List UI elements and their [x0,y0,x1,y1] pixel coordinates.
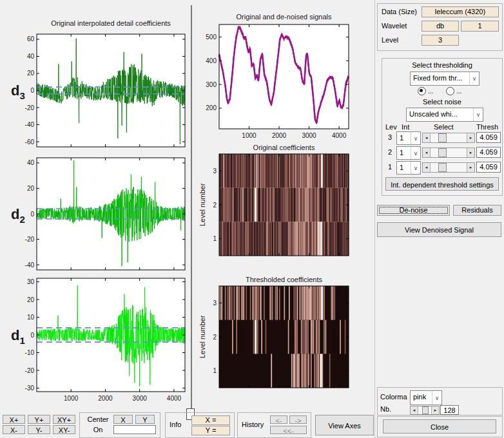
threshold-value-lev1[interactable]: 4.059 [476,162,501,173]
colormap-group: Colorma pink ∨ Nb. ◄ ► 128 [377,387,503,415]
svg-text:200: 200 [206,104,217,111]
threshold-slider-lev1[interactable]: ◄ ► [422,162,475,173]
slider-left-arrow-icon[interactable]: ◄ [411,406,418,414]
plot-coef_orig[interactable]: 321Original coefficientsLevel number [199,144,349,256]
plot-d3[interactable]: 6040200-20-40-60Original interpolated de… [11,19,185,147]
view-denoised-signal-button[interactable]: View Denoised Signal [377,222,501,237]
threshold-slider-lev2[interactable]: ◄ ► [422,148,475,158]
threshold-radio-soft-label: ... [428,88,433,95]
residuals-button[interactable]: Residuals [453,205,501,216]
zoom-x-plus-button[interactable]: X+ [3,415,25,424]
plot-d2[interactable]: 40200-20-40d2 [11,158,185,270]
view-axes-button[interactable]: View Axes [315,415,374,435]
chevron-down-icon[interactable]: ∨ [473,108,483,121]
chevron-down-icon[interactable]: ∨ [432,391,441,405]
center-y-button[interactable]: Y [135,415,155,424]
svg-text:-40: -40 [25,121,35,128]
plot-title: Thresholded coefficients [246,276,323,283]
colormap-value: pink [411,391,432,405]
nb-colors-slider[interactable]: ◄ ► [410,406,440,415]
int-select-lev3[interactable]: 1 ∨ [396,131,421,145]
history-back-button[interactable]: <- [270,415,287,424]
level-value[interactable]: 3 [422,35,459,46]
svg-text:-40: -40 [25,262,35,269]
y-axis-label: Level number [199,315,206,358]
chevron-down-icon[interactable]: ∨ [469,72,479,85]
svg-text:4000: 4000 [167,395,182,402]
info-x-field: X = [191,415,230,425]
svg-text:3000: 3000 [302,132,316,139]
threshold-radio-hard[interactable]: ... [446,87,461,95]
axis-label: d1 [11,327,25,346]
data-size-value: leleccum (4320) [422,6,499,17]
slider-right-arrow-icon[interactable]: ► [431,406,439,414]
zoom-y-plus-button[interactable]: Y+ [28,415,50,424]
svg-text:30: 30 [27,278,35,285]
nb-colors-value[interactable]: 128 [440,405,459,415]
svg-text:20: 20 [27,296,35,303]
noise-structure-select[interactable]: Unscaled whi... ∨ [406,108,483,122]
thresholding-method-value: Fixed form thr... [411,72,469,85]
wavelet-label: Wavelet [382,22,407,30]
plot-coef_thr[interactable]: 321Thresholded coefficientsLevel number [199,276,349,388]
int-value-lev3: 1 [397,132,411,144]
slider-right-arrow-icon[interactable]: ► [467,133,474,142]
svg-text:400: 400 [206,57,217,64]
history-reset-button[interactable]: <<- [270,426,307,434]
zoom-xy-plus-button[interactable]: XY+ [53,415,75,424]
select-thresholding-title: Select thresholding [382,61,502,69]
row-lev-1: 1 [388,163,392,171]
svg-text:2: 2 [213,202,217,209]
history-forward-button[interactable]: -> [289,415,307,424]
svg-text:40: 40 [27,53,35,60]
close-button[interactable]: Close [383,419,496,433]
plot-d1[interactable]: 10002000300040003020100-10-20-30d1 [11,278,185,402]
wavelet-family-value[interactable]: db [422,21,459,32]
noise-structure-value: Unscaled whi... [407,108,473,121]
threshold-slider-lev3[interactable]: ◄ ► [422,133,475,143]
zoom-y-minus-button[interactable]: Y- [28,425,50,434]
slider-left-arrow-icon[interactable]: ◄ [423,133,431,142]
center-x-button[interactable]: X [113,415,133,424]
chevron-down-icon[interactable]: ∨ [411,147,420,159]
radio-icon [418,87,426,95]
center-on-label: On [85,426,111,433]
slider-left-arrow-icon[interactable]: ◄ [423,163,431,172]
svg-text:500: 500 [206,33,217,41]
int-select-lev1[interactable]: 1 ∨ [396,161,421,175]
panel-separator [191,5,192,410]
info-label: Info [170,421,181,428]
threshold-radio-hard-label: ... [456,88,461,95]
svg-text:3: 3 [213,300,217,307]
zoom-xy-minus-button[interactable]: XY- [53,425,75,434]
history-group: History <- -> <<- [237,412,311,438]
chevron-down-icon[interactable]: ∨ [411,132,420,144]
svg-text:-20: -20 [25,367,35,374]
slider-left-arrow-icon[interactable]: ◄ [423,148,431,157]
threshold-value-lev3[interactable]: 4.059 [476,132,501,143]
svg-text:2: 2 [213,334,217,341]
thresholding-method-select[interactable]: Fixed form thr... ∨ [410,71,480,86]
axis-label: d2 [11,206,25,225]
col-header-int: Int [402,123,409,131]
threshold-value-lev2[interactable]: 4.059 [476,147,501,158]
slider-right-arrow-icon[interactable]: ► [467,148,474,157]
chevron-down-icon[interactable]: ∨ [411,162,420,174]
wavelet-order-value[interactable]: 1 [461,21,499,32]
threshold-radio-soft[interactable]: ... [418,87,433,95]
svg-text:0: 0 [30,87,34,94]
int-select-lev2[interactable]: 1 ∨ [396,146,421,160]
svg-text:0: 0 [30,332,34,339]
denoise-button[interactable]: De-noise [377,205,450,216]
slider-right-arrow-icon[interactable]: ► [467,163,474,172]
info-group: Info X = Y = [165,412,235,438]
colormap-label: Colorma [380,393,407,401]
int-dependent-threshold-button[interactable]: Int. dependent threshold settings [385,177,499,191]
plot-title: Original and de-noised signals [237,13,332,21]
center-on-input[interactable] [113,425,156,434]
colormap-select[interactable]: pink ∨ [410,390,442,405]
zoom-x-minus-button[interactable]: X- [3,425,25,434]
svg-text:1: 1 [213,367,217,374]
int-value-lev2: 1 [397,147,411,159]
plot-signal[interactable]: 1000200030004000500400300200Original and… [206,13,349,139]
